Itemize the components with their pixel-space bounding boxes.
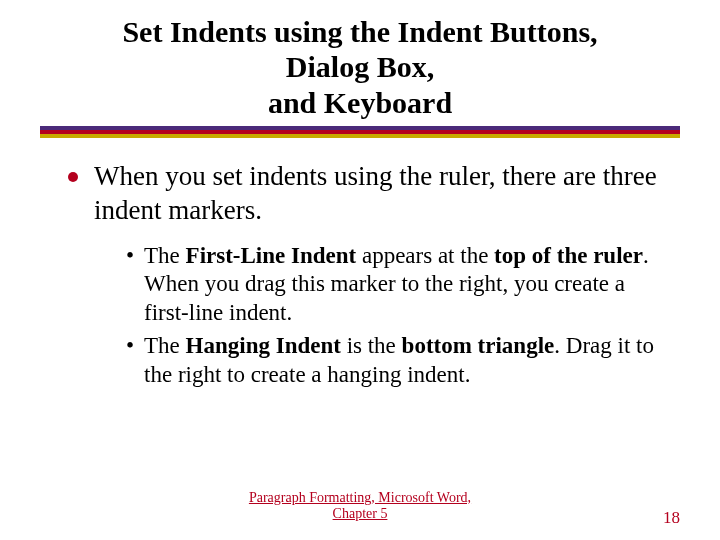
slide-footer: Paragraph Formatting, Microsoft Word, Ch… (0, 490, 720, 530)
bullet-level2-text-a: The First-Line Indent appears at the top… (144, 242, 664, 328)
divider-stack (40, 126, 680, 138)
text-bold: Hanging Indent (186, 333, 341, 358)
text-run: The (144, 333, 186, 358)
page-number: 18 (663, 508, 680, 528)
bullet-dot-icon: • (126, 242, 134, 271)
text-run: The (144, 243, 186, 268)
sub-bullet-list: • The First-Line Indent appears at the t… (68, 242, 674, 390)
title-line-2: Dialog Box, (50, 49, 670, 84)
title-line-3: and Keyboard (50, 85, 670, 120)
bullet-level2: • The Hanging Indent is the bottom trian… (126, 332, 664, 390)
text-bold: bottom triangle (402, 333, 555, 358)
text-bold: First-Line Indent (186, 243, 357, 268)
slide-title: Set Indents using the Indent Buttons, Di… (40, 14, 680, 126)
disc-icon (68, 172, 78, 182)
bullet-dot-icon: • (126, 332, 134, 361)
bullet-level2: • The First-Line Indent appears at the t… (126, 242, 664, 328)
text-bold: top of the ruler (494, 243, 643, 268)
title-line-1: Set Indents using the Indent Buttons, (50, 14, 670, 49)
slide-body: When you set indents using the ruler, th… (40, 160, 680, 389)
bullet-level2-text-b: The Hanging Indent is the bottom triangl… (144, 332, 664, 390)
text-run: is the (341, 333, 402, 358)
bullet-level1: When you set indents using the ruler, th… (68, 160, 674, 228)
slide: Set Indents using the Indent Buttons, Di… (0, 0, 720, 540)
footer-center-text: Paragraph Formatting, Microsoft Word, Ch… (230, 490, 490, 522)
text-run: appears at the (356, 243, 494, 268)
bullet-level1-text: When you set indents using the ruler, th… (94, 160, 674, 228)
divider-gold (40, 134, 680, 138)
